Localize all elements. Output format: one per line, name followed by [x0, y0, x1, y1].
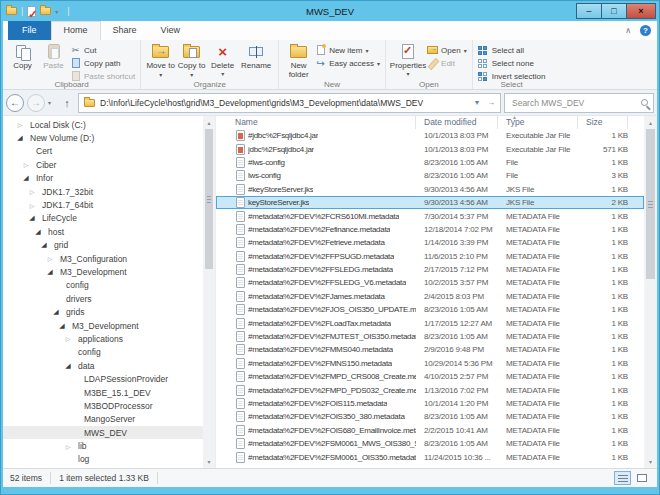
tree-scrollbar-thumb[interactable]	[205, 129, 213, 269]
up-button[interactable]: ↑	[59, 97, 75, 109]
tree-item[interactable]: drivers	[3, 292, 203, 305]
file-row[interactable]: #keyStoreServer.jks 9/30/2013 4:56 AM JK…	[216, 183, 644, 196]
scroll-down-icon[interactable]: ▾	[203, 455, 215, 468]
expander-icon[interactable]: ◢	[21, 174, 31, 182]
copy-path-button[interactable]: Copy path	[70, 57, 135, 69]
tab-view[interactable]: View	[149, 21, 192, 40]
expander-icon[interactable]: ▷	[27, 188, 37, 195]
close-button[interactable]: ×	[626, 3, 656, 19]
file-row[interactable]: keyStoreServer.jks 9/30/2013 4:56 AM JKS…	[216, 196, 644, 209]
expander-icon[interactable]: ◢	[63, 362, 73, 370]
tree-item[interactable]: ▷ applications	[3, 332, 203, 345]
file-row[interactable]: #metadata%2FDEV%2FOIS680_EmailInvoice.me…	[216, 424, 644, 437]
copy-button[interactable]: Copy	[8, 42, 37, 70]
file-row[interactable]: #metadata%2FDEV%2FMMS040.metadata 2/9/20…	[216, 343, 644, 356]
tree-item[interactable]: ◢ host	[3, 225, 203, 238]
tree-item[interactable]: M3BODProcessor	[3, 399, 203, 412]
minimize-button[interactable]: –	[576, 3, 602, 19]
list-scrollbar[interactable]: ▴ ▾	[644, 116, 657, 468]
tree-item[interactable]: config	[3, 346, 203, 359]
properties-button[interactable]: Properties ▾	[391, 42, 425, 79]
file-row[interactable]: #metadata%2FDEV%2FMNS150.metadata 10/29/…	[216, 357, 644, 370]
file-row[interactable]: lws-config 8/23/2016 1:05 AM File 3 KB	[216, 169, 644, 182]
expander-icon[interactable]: ▷	[45, 255, 55, 262]
tree-item[interactable]: ◢ grid	[3, 239, 203, 252]
expander-icon[interactable]: ◢	[39, 241, 49, 249]
scroll-up-icon[interactable]: ▴	[203, 116, 215, 129]
expander-icon[interactable]: ◢	[33, 228, 43, 236]
expander-icon[interactable]: ▷	[63, 335, 73, 342]
tree-item[interactable]: ◢ data	[3, 359, 203, 372]
qat-properties-icon[interactable]	[27, 6, 36, 17]
tree-item[interactable]: ▷ M3_Configuration	[3, 252, 203, 265]
tree-item[interactable]: LDAPSessionProvider	[3, 372, 203, 385]
file-row[interactable]: #metadata%2FDEV%2FSM0061_OIS350.metadata…	[216, 450, 644, 463]
column-header-name[interactable]: Name	[216, 116, 416, 129]
select-all-button[interactable]: Select all	[478, 44, 546, 56]
new-folder-button[interactable]: New folder	[284, 42, 313, 79]
select-none-button[interactable]: Select none	[478, 57, 546, 69]
file-row[interactable]: #metadata%2FDEV%2FFPSUGD.metadata 11/6/2…	[216, 250, 644, 263]
tree-scrollbar[interactable]: ▴ ▾	[203, 116, 215, 468]
delete-button[interactable]: × Delete ▾	[208, 42, 237, 79]
move-to-button[interactable]: Move to ▾	[146, 42, 175, 80]
tree-item[interactable]: ▷ lib	[3, 439, 203, 452]
tree-item[interactable]: ▷ Local Disk (C:)	[3, 118, 203, 131]
thumbnails-view-button[interactable]	[633, 471, 650, 485]
tree-item[interactable]: config	[3, 279, 203, 292]
tree-item[interactable]: ◢ M3_Development	[3, 319, 203, 332]
tree-item[interactable]: ◢ grids	[3, 305, 203, 318]
file-row[interactable]: #metadata%2FDEV%2FOIS350_380.metadata 8/…	[216, 410, 644, 423]
copy-to-button[interactable]: Copy to ▾	[177, 42, 206, 80]
file-row[interactable]: #metadata%2FDEV%2FJOS_OIS350_UPDATE.meta…	[216, 303, 644, 316]
address-input[interactable]: D:\Infor\LifeCycle\host\grid\M3_Developm…	[78, 93, 501, 113]
tree-item[interactable]: ◢ Infor	[3, 172, 203, 185]
expander-icon[interactable]: ▷	[21, 161, 31, 168]
cut-button[interactable]: ✂ Cut	[70, 44, 135, 56]
recent-locations-caret-icon[interactable]: ▾	[48, 99, 56, 106]
expander-icon[interactable]: ◢	[15, 134, 25, 142]
expander-icon[interactable]: ▷	[63, 443, 73, 450]
tree-item[interactable]: ▷ JDK1.7_64bit	[3, 198, 203, 211]
back-button[interactable]: ←	[6, 94, 24, 112]
file-row[interactable]: #metadata%2FDEV%2FOIS115.metadata 10/1/2…	[216, 397, 644, 410]
tree-item[interactable]: MWS_DEV	[3, 426, 203, 439]
expander-icon[interactable]: ▷	[27, 202, 37, 209]
paste-button[interactable]: Paste	[39, 42, 68, 70]
tab-home[interactable]: Home	[51, 21, 101, 40]
qat-new-folder-icon[interactable]	[40, 7, 51, 15]
search-input[interactable]	[510, 97, 641, 109]
list-scrollbar-thumb[interactable]	[646, 129, 655, 279]
expander-icon[interactable]: ◢	[57, 322, 67, 330]
tree-item[interactable]: ◢ M3_Development	[3, 265, 203, 278]
tab-file[interactable]: File	[8, 21, 51, 40]
file-row[interactable]: #metadata%2FDEV%2FJames.metadata 2/4/201…	[216, 290, 644, 303]
go-arrow-icon[interactable]: →	[487, 98, 495, 107]
tree-item[interactable]: log	[3, 453, 203, 466]
forward-button[interactable]: →	[27, 94, 45, 112]
minimize-ribbon-icon[interactable]: ∧	[625, 26, 631, 35]
column-header-type[interactable]: Type ▲	[498, 116, 578, 129]
expander-icon[interactable]: ▷	[15, 121, 25, 128]
tab-share[interactable]: Share	[101, 21, 149, 40]
tree-item[interactable]: ◢ New Volume (D:)	[3, 131, 203, 144]
file-row[interactable]: #metadata%2FDEV%2Fetrieve.metadata 1/14/…	[216, 236, 644, 249]
tree-item[interactable]: ▷ JDK1.7_32bit	[3, 185, 203, 198]
column-header-date-modified[interactable]: Date modified	[416, 116, 498, 129]
tree-item[interactable]: M3BE_15.1_DEV	[3, 386, 203, 399]
file-row[interactable]: #metadata%2FDEV%2FMPD_CRS008_Create.meta…	[216, 370, 644, 383]
file-row[interactable]: #metadata%2FDEV%2FLoadTax.metadata 1/17/…	[216, 316, 644, 329]
file-row[interactable]: #lws-config 8/23/2016 1:05 AM File 1 KB	[216, 156, 644, 169]
open-button[interactable]: Open ▾	[427, 44, 467, 56]
file-row[interactable]: #metadata%2FDEV%2FFSLEDG_V6.metadata 10/…	[216, 276, 644, 289]
maximize-button[interactable]: □	[601, 3, 627, 19]
file-row[interactable]: jdbc%2Fsqljdbc4.jar 10/1/2013 8:03 PM Ex…	[216, 142, 644, 155]
qat-customize-caret-icon[interactable]: ▾	[55, 8, 63, 15]
easy-access-button[interactable]: ↪ Easy access ▾	[315, 57, 380, 69]
file-row[interactable]: #metadata%2FDEV%2FMPD_PDS032_Create.meta…	[216, 383, 644, 396]
file-row[interactable]: #metadata%2FDEV%2FSM0061_MWS_OIS380_SUBM…	[216, 437, 644, 450]
new-item-button[interactable]: New item ▾	[315, 44, 380, 56]
expander-icon[interactable]: ◢	[51, 308, 61, 316]
column-header-size[interactable]: Size	[578, 116, 628, 129]
file-row[interactable]: #metadata%2FDEV%2Fefinance.metadata 12/1…	[216, 223, 644, 236]
